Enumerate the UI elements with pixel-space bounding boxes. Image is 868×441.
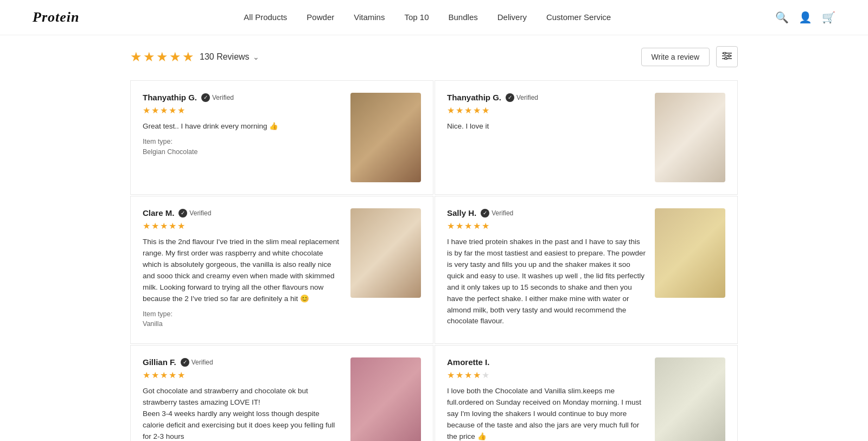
review-image	[350, 357, 421, 441]
rating-bar: ★★★★★ 130 Reviews ⌄ Write a review	[130, 46, 738, 67]
review-header: Thanyathip G.✓ Verified	[447, 93, 646, 102]
review-content: Thanyathip G.✓ Verified★★★★★Great test..…	[143, 93, 342, 182]
verified-badge: ✓ Verified	[506, 93, 538, 102]
verified-check-icon: ✓	[181, 358, 189, 367]
rating-summary-right: Write a review	[641, 46, 738, 67]
review-star-5: ★	[482, 370, 489, 380]
review-header: Clare M.✓ Verified	[143, 208, 342, 218]
review-content: Gillian F.✓ Verified★★★★★Got chocolate a…	[143, 357, 342, 441]
review-count-text: 130 Reviews	[200, 52, 250, 62]
review-text: I love both the Chocolate and Vanilla sl…	[447, 386, 646, 441]
review-star-3: ★	[464, 221, 472, 231]
review-header: Gillian F.✓ Verified	[143, 357, 342, 367]
review-image	[655, 357, 725, 441]
reviewer-name: Amorette I.	[447, 357, 489, 367]
filter-button[interactable]	[716, 46, 738, 67]
verified-check-icon: ✓	[506, 93, 514, 102]
verified-check-icon: ✓	[481, 209, 489, 218]
write-review-button[interactable]: Write a review	[641, 48, 710, 66]
review-header: Thanyathip G.✓ Verified	[143, 93, 342, 102]
review-star-1: ★	[143, 370, 150, 380]
nav-item-bundles[interactable]: Bundles	[449, 12, 478, 22]
review-content: Thanyathip G.✓ Verified★★★★★Nice. I love…	[447, 93, 646, 182]
review-star-3: ★	[160, 370, 168, 380]
review-star-3: ★	[160, 221, 168, 231]
review-card: Thanyathip G.✓ Verified★★★★★Great test..…	[130, 80, 433, 195]
site-logo[interactable]: Protein	[33, 9, 79, 25]
review-star-1: ★	[447, 370, 455, 380]
review-star-4: ★	[473, 370, 481, 380]
main-nav: All ProductsPowderVitaminsTop 10BundlesD…	[244, 12, 611, 22]
review-text: Got chocolate and strawberry and chocola…	[143, 386, 342, 441]
nav-item-all-products[interactable]: All Products	[244, 12, 287, 22]
nav-link-vitamins[interactable]: Vitamins	[354, 12, 385, 22]
verified-badge: ✓ Verified	[481, 209, 513, 218]
cart-icon[interactable]: 🛒	[822, 11, 835, 24]
review-content: Amorette I.★★★★★I love both the Chocolat…	[447, 357, 646, 441]
nav-link-top-10[interactable]: Top 10	[404, 12, 429, 22]
review-image	[350, 208, 421, 298]
review-star-1: ★	[447, 105, 455, 116]
review-text: Nice. I love it	[447, 121, 646, 132]
account-icon[interactable]: 👤	[799, 11, 812, 24]
review-stars: ★★★★★	[143, 221, 342, 231]
nav-link-bundles[interactable]: Bundles	[449, 12, 478, 22]
nav-item-customer-service[interactable]: Customer Service	[546, 12, 611, 22]
nav-item-top-10[interactable]: Top 10	[404, 12, 429, 22]
filter-icon	[722, 52, 732, 60]
verified-badge: ✓ Verified	[178, 209, 211, 218]
chevron-down-icon: ⌄	[253, 53, 259, 61]
review-star-5: ★	[177, 370, 185, 380]
review-star-4: ★	[169, 221, 176, 231]
review-star-4: ★	[169, 105, 176, 116]
review-star-3: ★	[464, 370, 472, 380]
reviewer-name: Clare M.	[143, 208, 174, 218]
review-card: Thanyathip G.✓ Verified★★★★★Nice. I love…	[435, 80, 738, 195]
reviews-grid: Thanyathip G.✓ Verified★★★★★Great test..…	[130, 80, 738, 441]
review-star-4: ★	[169, 370, 176, 380]
review-image	[655, 208, 725, 298]
review-header: Amorette I.	[447, 357, 646, 367]
review-star-2: ★	[151, 221, 159, 231]
verified-badge: ✓ Verified	[201, 93, 234, 102]
review-stars: ★★★★★	[143, 370, 342, 380]
svg-point-3	[724, 52, 726, 54]
review-card: Clare M.✓ Verified★★★★★This is the 2nd f…	[130, 196, 433, 344]
review-star-2: ★	[456, 221, 463, 231]
review-star-1: ★	[447, 221, 455, 231]
summary-star-3: ★	[156, 49, 168, 65]
review-text: Great test.. I have drink every morning …	[143, 121, 342, 132]
reviews-section: ★★★★★ 130 Reviews ⌄ Write a review Thany…	[108, 35, 760, 441]
review-star-2: ★	[456, 105, 463, 116]
summary-star-2: ★	[143, 49, 155, 65]
nav-link-powder[interactable]: Powder	[307, 12, 334, 22]
summary-star-1: ★	[130, 49, 142, 65]
review-card: Amorette I.★★★★★I love both the Chocolat…	[435, 345, 738, 441]
site-header: Protein All ProductsPowderVitaminsTop 10…	[0, 0, 868, 35]
review-star-3: ★	[464, 105, 472, 116]
review-stars: ★★★★★	[447, 105, 646, 116]
reviewer-name: Gillian F.	[143, 357, 176, 367]
search-icon[interactable]: 🔍	[775, 11, 789, 24]
nav-item-powder[interactable]: Powder	[307, 12, 334, 22]
review-image	[350, 93, 421, 182]
review-content: Sally H.✓ Verified★★★★★I have tried prot…	[447, 208, 646, 331]
review-star-5: ★	[482, 221, 489, 231]
review-item-type: Item type:Belgian Chocolate	[143, 137, 342, 157]
review-star-5: ★	[177, 221, 185, 231]
review-count[interactable]: 130 Reviews ⌄	[200, 52, 259, 62]
nav-item-delivery[interactable]: Delivery	[497, 12, 527, 22]
review-star-4: ★	[473, 105, 481, 116]
reviewer-name: Sally H.	[447, 208, 476, 218]
nav-link-all-products[interactable]: All Products	[244, 12, 287, 22]
rating-summary-left: ★★★★★ 130 Reviews ⌄	[130, 49, 259, 65]
reviewer-name: Thanyathip G.	[447, 93, 501, 102]
review-content: Clare M.✓ Verified★★★★★This is the 2nd f…	[143, 208, 342, 331]
nav-link-delivery[interactable]: Delivery	[497, 12, 527, 22]
nav-link-customer-service[interactable]: Customer Service	[546, 12, 611, 22]
review-star-1: ★	[143, 221, 150, 231]
review-stars: ★★★★★	[447, 221, 646, 231]
nav-item-vitamins[interactable]: Vitamins	[354, 12, 385, 22]
review-star-5: ★	[482, 105, 489, 116]
svg-point-5	[725, 57, 727, 60]
